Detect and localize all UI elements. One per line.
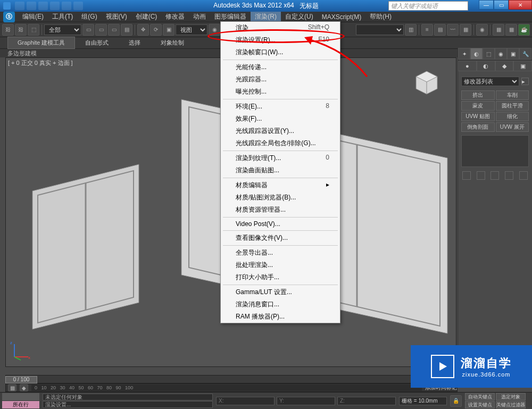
search-input[interactable]: 键入关键字或短语 xyxy=(388,1,468,11)
menu-item-v[interactable]: 查看图像文件(V)... xyxy=(221,232,340,244)
select-icon[interactable]: ▭ xyxy=(82,24,94,36)
viewcube[interactable] xyxy=(413,69,440,95)
menu-item-f[interactable]: 效果(F)... xyxy=(221,113,340,125)
subtab-4-icon[interactable]: ▣ xyxy=(513,61,532,71)
render-icon[interactable]: ☕ xyxy=(518,24,530,36)
mod-lathe[interactable]: 车削 xyxy=(496,90,529,100)
create-tab-icon[interactable]: ✦ xyxy=(458,48,470,60)
mod-uvwmap[interactable]: UVW 贴图 xyxy=(461,112,495,121)
qat-redo-icon[interactable] xyxy=(62,2,71,10)
minimize-button[interactable]: — xyxy=(479,0,494,10)
ribbon-freeform[interactable]: 自由形式 xyxy=(75,37,119,49)
subtab-2-icon[interactable]: ◐ xyxy=(477,61,495,71)
time-slider[interactable]: 0 / 100 xyxy=(5,376,37,383)
mod-extrude[interactable]: 挤出 xyxy=(461,90,495,100)
qat-undo-icon[interactable] xyxy=(50,2,60,10)
bind-icon[interactable]: ⬚ xyxy=(28,24,39,36)
set-key-button[interactable]: 设置关键点 xyxy=(465,401,495,408)
menu-item-[interactable]: 批处理渲染... xyxy=(221,259,340,271)
modify-tab-icon[interactable]: ◐ xyxy=(470,48,483,60)
stack-config-icon[interactable] xyxy=(519,171,528,180)
curve-editor-icon[interactable]: 〰 xyxy=(447,24,459,36)
menu-maxscript[interactable]: MAXScript(M) xyxy=(318,12,366,22)
motion-tab-icon[interactable]: ◉ xyxy=(495,48,507,60)
menu-views[interactable]: 视图(V) xyxy=(102,11,131,22)
layers-icon[interactable]: ▤ xyxy=(434,24,446,36)
menu-item-ramp[interactable]: RAM 播放器(P)... xyxy=(221,311,340,323)
lock-icon[interactable]: 🔒 xyxy=(450,395,462,407)
mod-tessellate[interactable]: 细化 xyxy=(496,112,529,121)
schematic-icon[interactable]: ▦ xyxy=(460,24,471,36)
render-frame-icon[interactable]: ▦ xyxy=(505,24,517,36)
menu-item-w[interactable]: 渲染帧窗口(W)... xyxy=(221,46,340,59)
time-ruler[interactable] xyxy=(5,375,458,383)
stack-unique-icon[interactable] xyxy=(491,171,499,180)
mod-cylsmooth[interactable]: 圆柱平滑 xyxy=(496,101,529,111)
mirror-icon[interactable]: ▥ xyxy=(405,24,417,36)
ribbon-graphite[interactable]: Graphite 建模工具 xyxy=(7,37,75,49)
select-name-icon[interactable]: ▭ xyxy=(95,24,107,36)
qat-open-icon[interactable] xyxy=(27,2,36,10)
render-setup-icon[interactable]: ▦ xyxy=(493,24,504,36)
pivot-icon[interactable]: ◉ xyxy=(209,24,220,36)
auto-key-button[interactable]: 自动关键点 xyxy=(465,393,495,400)
coord-x[interactable] xyxy=(216,397,275,405)
scale-icon[interactable]: ▣ xyxy=(163,24,174,36)
named-selections[interactable] xyxy=(356,24,404,35)
stack-remove-icon[interactable] xyxy=(505,171,513,180)
menu-group[interactable]: 组(G) xyxy=(77,11,101,22)
modifier-pin-icon[interactable]: ▸ xyxy=(521,78,529,85)
menu-graph-editors[interactable]: 图形编辑器 xyxy=(210,11,251,22)
stack-pin-icon[interactable] xyxy=(462,171,471,180)
align-icon[interactable]: ≡ xyxy=(421,24,433,36)
mod-skin[interactable]: 蒙皮 xyxy=(461,101,495,111)
material-editor-icon[interactable]: ◉ xyxy=(476,24,488,36)
menu-item-[interactable]: 渲染曲面贴图... xyxy=(221,164,340,177)
utilities-tab-icon[interactable]: 🔧 xyxy=(519,48,531,60)
coord-z[interactable] xyxy=(337,397,396,405)
track-mini-icon[interactable]: ▦ xyxy=(8,384,16,391)
menu-item-videopostv[interactable]: Video Post(V)... xyxy=(221,219,340,229)
menu-item-b[interactable]: 材质/贴图浏览器(B)... xyxy=(221,191,340,204)
mod-bevelprofile[interactable]: 倒角剖面 xyxy=(461,122,495,132)
menu-modifiers[interactable]: 修改器 xyxy=(161,11,189,22)
window-crossing-icon[interactable]: ▤ xyxy=(121,24,132,36)
ribbon-selection[interactable]: 选择 xyxy=(119,37,151,49)
max-logo-icon[interactable]: ⓢ xyxy=(3,12,15,22)
menu-item-[interactable]: 光能传递... xyxy=(221,61,340,73)
qat-save-icon[interactable] xyxy=(38,2,48,10)
selection-filter[interactable]: 全部 xyxy=(44,24,81,35)
menu-animation[interactable]: 动画 xyxy=(189,11,210,22)
subtab-3-icon[interactable]: ◆ xyxy=(495,61,514,71)
qat-more-icon[interactable] xyxy=(73,2,83,10)
hierarchy-tab-icon[interactable]: ⬚ xyxy=(483,48,495,60)
menu-edit[interactable]: 编辑(E) xyxy=(18,11,48,22)
maximize-button[interactable]: ▭ xyxy=(494,0,509,10)
ref-coord-system[interactable]: 视图 xyxy=(176,24,207,35)
menu-item-[interactable]: 材质编辑器▸ xyxy=(221,179,340,191)
menu-item-[interactable]: 打印大小助手... xyxy=(221,271,340,283)
menu-item-gammalut[interactable]: Gamma/LUT 设置... xyxy=(221,286,340,298)
key-filters-button[interactable]: 关键点过滤器 xyxy=(496,401,526,408)
select-region-icon[interactable]: ▭ xyxy=(108,24,120,36)
menu-tools[interactable]: 工具(T) xyxy=(48,11,77,22)
selected-set-button[interactable]: 选定对象 xyxy=(496,393,526,400)
link-icon[interactable]: ⛓ xyxy=(2,24,14,36)
menu-item-e[interactable]: 环境(E)...8 xyxy=(221,101,340,113)
menu-item-r[interactable]: 渲染设置(R)...F10 xyxy=(221,34,340,46)
menu-create[interactable]: 创建(C) xyxy=(131,11,162,22)
menu-item-g[interactable]: 光线跟踪全局包含/排除(G)... xyxy=(221,137,340,149)
ribbon-paint[interactable]: 对象绘制 xyxy=(151,37,194,49)
menu-item-y[interactable]: 光线跟踪器设置(Y)... xyxy=(221,125,340,137)
menu-item-[interactable]: 光跟踪器... xyxy=(221,73,340,86)
rotate-icon[interactable]: ⟳ xyxy=(150,24,162,36)
coord-y[interactable] xyxy=(277,397,335,405)
stack-show-icon[interactable] xyxy=(477,171,485,180)
menu-item-[interactable]: 曝光控制... xyxy=(221,86,340,98)
menu-item-[interactable]: 渲染消息窗口... xyxy=(221,298,340,311)
menu-item-[interactable]: 渲染Shift+Q xyxy=(221,22,340,34)
menu-help[interactable]: 帮助(H) xyxy=(365,11,396,22)
move-icon[interactable]: ✥ xyxy=(137,24,149,36)
qat-new-icon[interactable] xyxy=(15,2,24,10)
display-tab-icon[interactable]: ▣ xyxy=(507,48,519,60)
